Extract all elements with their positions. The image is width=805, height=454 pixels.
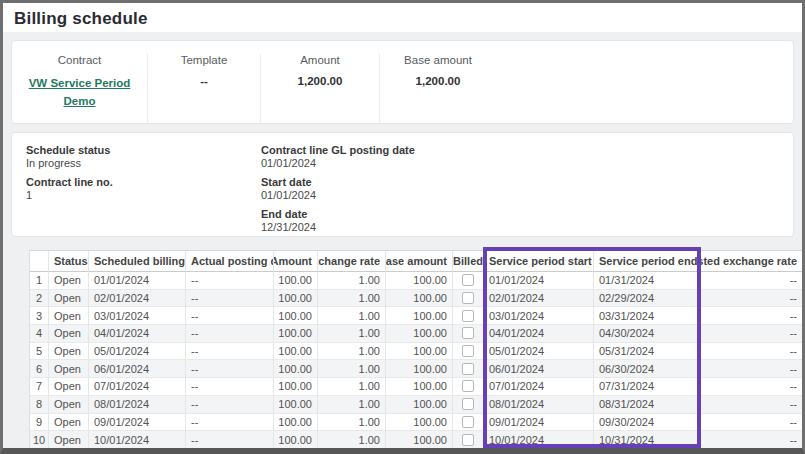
base-amount-cell[interactable]: 100.00 xyxy=(386,325,453,343)
status-cell[interactable]: Open xyxy=(49,272,89,290)
base-amount-cell[interactable]: 100.00 xyxy=(386,343,453,361)
base-amount-cell[interactable]: 100.00 xyxy=(386,272,453,290)
service-period-end-date-cell[interactable]: 07/31/2024 xyxy=(594,378,701,396)
scheduled-billing-date-cell[interactable]: 05/01/2024 xyxy=(89,343,186,361)
scheduled-billing-date-cell[interactable]: 10/01/2024 xyxy=(89,431,186,449)
exchange-rate-cell[interactable]: 1.00 xyxy=(318,396,386,414)
exchange-rate-cell[interactable]: 1.00 xyxy=(318,325,386,343)
scheduled-billing-date-cell[interactable]: 07/01/2024 xyxy=(89,378,186,396)
column-header-billed[interactable]: Billed xyxy=(453,251,484,272)
base-amount-cell[interactable]: 100.00 xyxy=(386,307,453,325)
actual-posting-date-cell[interactable]: -- xyxy=(186,378,274,396)
service-period-start-date-cell[interactable]: 06/01/2024 xyxy=(484,360,594,378)
row-number-cell[interactable]: 9 xyxy=(30,414,49,432)
column-header-scheduled-billing-date[interactable]: Scheduled billing date xyxy=(89,251,186,272)
billed-checkbox[interactable] xyxy=(462,292,474,304)
scheduled-billing-date-cell[interactable]: 08/01/2024 xyxy=(89,396,186,414)
amount-cell[interactable]: 100.00 xyxy=(274,378,318,396)
row-number-cell[interactable]: 10 xyxy=(30,431,49,449)
scheduled-billing-date-cell[interactable]: 09/01/2024 xyxy=(89,414,186,432)
service-period-end-date-cell[interactable]: 04/30/2024 xyxy=(594,325,701,343)
exchange-rate-cell[interactable]: 1.00 xyxy=(318,272,386,290)
status-cell[interactable]: Open xyxy=(49,378,89,396)
actual-posting-date-cell[interactable]: -- xyxy=(186,307,274,325)
amount-cell[interactable]: 100.00 xyxy=(274,307,318,325)
status-cell[interactable]: Open xyxy=(49,396,89,414)
amount-cell[interactable]: 100.00 xyxy=(274,396,318,414)
column-header-exchange-rate[interactable]: Exchange rate xyxy=(318,251,386,272)
amount-cell[interactable]: 100.00 xyxy=(274,272,318,290)
amount-cell[interactable]: 100.00 xyxy=(274,290,318,308)
billed-checkbox[interactable] xyxy=(462,345,474,357)
posted-exchange-rate-cell[interactable]: -- xyxy=(701,378,802,396)
actual-posting-date-cell[interactable]: -- xyxy=(186,343,274,361)
actual-posting-date-cell[interactable]: -- xyxy=(186,290,274,308)
row-number-cell[interactable]: 7 xyxy=(30,378,49,396)
status-cell[interactable]: Open xyxy=(49,325,89,343)
amount-cell[interactable]: 100.00 xyxy=(274,360,318,378)
actual-posting-date-cell[interactable]: -- xyxy=(186,396,274,414)
service-period-end-date-cell[interactable]: 05/31/2024 xyxy=(594,343,701,361)
status-cell[interactable]: Open xyxy=(49,431,89,449)
service-period-end-date-cell[interactable]: 06/30/2024 xyxy=(594,360,701,378)
status-cell[interactable]: Open xyxy=(49,343,89,361)
posted-exchange-rate-cell[interactable]: -- xyxy=(701,343,802,361)
service-period-end-date-cell[interactable]: 03/31/2024 xyxy=(594,307,701,325)
exchange-rate-cell[interactable]: 1.00 xyxy=(318,431,386,449)
status-cell[interactable]: Open xyxy=(49,307,89,325)
status-cell[interactable]: Open xyxy=(49,360,89,378)
service-period-end-date-cell[interactable]: 09/30/2024 xyxy=(594,414,701,432)
posted-exchange-rate-cell[interactable]: -- xyxy=(701,431,802,449)
scheduled-billing-date-cell[interactable]: 01/01/2024 xyxy=(89,272,186,290)
actual-posting-date-cell[interactable]: -- xyxy=(186,360,274,378)
service-period-start-date-cell[interactable]: 03/01/2024 xyxy=(484,307,594,325)
service-period-start-date-cell[interactable]: 10/01/2024 xyxy=(484,431,594,449)
actual-posting-date-cell[interactable]: -- xyxy=(186,272,274,290)
amount-cell[interactable]: 100.00 xyxy=(274,414,318,432)
posted-exchange-rate-cell[interactable]: -- xyxy=(701,290,802,308)
service-period-start-date-cell[interactable]: 04/01/2024 xyxy=(484,325,594,343)
service-period-end-date-cell[interactable]: 08/31/2024 xyxy=(594,396,701,414)
actual-posting-date-cell[interactable]: -- xyxy=(186,325,274,343)
row-number-cell[interactable]: 3 xyxy=(30,307,49,325)
column-header-actual-posting-date[interactable]: Actual posting date xyxy=(186,251,274,272)
exchange-rate-cell[interactable]: 1.00 xyxy=(318,307,386,325)
amount-cell[interactable]: 100.00 xyxy=(274,343,318,361)
posted-exchange-rate-cell[interactable]: -- xyxy=(701,414,802,432)
exchange-rate-cell[interactable]: 1.00 xyxy=(318,360,386,378)
service-period-start-date-cell[interactable]: 08/01/2024 xyxy=(484,396,594,414)
exchange-rate-cell[interactable]: 1.00 xyxy=(318,343,386,361)
scheduled-billing-date-cell[interactable]: 03/01/2024 xyxy=(89,307,186,325)
posted-exchange-rate-cell[interactable]: -- xyxy=(701,307,802,325)
amount-cell[interactable]: 100.00 xyxy=(274,325,318,343)
column-header-amount[interactable]: Amount xyxy=(274,251,318,272)
amount-cell[interactable]: 100.00 xyxy=(274,431,318,449)
service-period-start-date-cell[interactable]: 02/01/2024 xyxy=(484,290,594,308)
column-header-service-period-start-date[interactable]: Service period start date xyxy=(484,251,594,272)
scheduled-billing-date-cell[interactable]: 04/01/2024 xyxy=(89,325,186,343)
billed-checkbox[interactable] xyxy=(462,380,474,392)
contract-link[interactable]: VW Service Period Demo xyxy=(25,75,135,111)
billed-checkbox[interactable] xyxy=(462,274,474,286)
billed-checkbox[interactable] xyxy=(462,327,474,339)
scheduled-billing-date-cell[interactable]: 06/01/2024 xyxy=(89,360,186,378)
row-number-cell[interactable]: 5 xyxy=(30,343,49,361)
base-amount-cell[interactable]: 100.00 xyxy=(386,396,453,414)
service-period-start-date-cell[interactable]: 05/01/2024 xyxy=(484,343,594,361)
service-period-end-date-cell[interactable]: 01/31/2024 xyxy=(594,272,701,290)
service-period-start-date-cell[interactable]: 07/01/2024 xyxy=(484,378,594,396)
base-amount-cell[interactable]: 100.00 xyxy=(386,290,453,308)
service-period-start-date-cell[interactable]: 09/01/2024 xyxy=(484,414,594,432)
service-period-start-date-cell[interactable]: 01/01/2024 xyxy=(484,272,594,290)
base-amount-cell[interactable]: 100.00 xyxy=(386,378,453,396)
exchange-rate-cell[interactable]: 1.00 xyxy=(318,290,386,308)
column-header-base-amount[interactable]: Base amount xyxy=(386,251,453,272)
exchange-rate-cell[interactable]: 1.00 xyxy=(318,378,386,396)
row-number-cell[interactable]: 8 xyxy=(30,396,49,414)
row-number-cell[interactable]: 2 xyxy=(30,290,49,308)
posted-exchange-rate-cell[interactable]: -- xyxy=(701,325,802,343)
row-number-cell[interactable]: 1 xyxy=(30,272,49,290)
base-amount-cell[interactable]: 100.00 xyxy=(386,360,453,378)
billed-checkbox[interactable] xyxy=(462,363,474,375)
actual-posting-date-cell[interactable]: -- xyxy=(186,414,274,432)
